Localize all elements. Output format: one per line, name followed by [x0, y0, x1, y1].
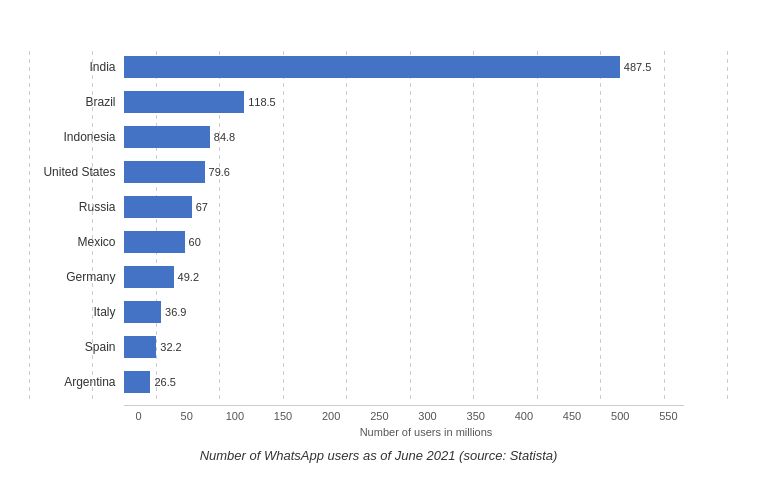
country-label: Italy	[29, 305, 124, 319]
country-label: Indonesia	[29, 130, 124, 144]
bar-row: United States79.6	[29, 156, 729, 188]
country-label: Russia	[29, 200, 124, 214]
bar	[124, 91, 245, 113]
bar-wrapper: 487.5	[124, 55, 729, 79]
country-label: Mexico	[29, 235, 124, 249]
x-tick-label: 550	[653, 410, 683, 422]
chart-container: India487.5Brazil118.5Indonesia84.8United…	[19, 31, 739, 473]
x-tick-label: 350	[461, 410, 491, 422]
x-tick-label: 100	[220, 410, 250, 422]
bar	[124, 126, 210, 148]
bar	[124, 231, 185, 253]
bar-wrapper: 118.5	[124, 90, 729, 114]
country-label: United States	[29, 165, 124, 179]
bar-row: Argentina26.5	[29, 366, 729, 398]
bar-wrapper: 67	[124, 195, 729, 219]
bar-row: Italy36.9	[29, 296, 729, 328]
bar-value-label: 67	[196, 201, 208, 213]
bar	[124, 336, 157, 358]
country-label: Spain	[29, 340, 124, 354]
bar-wrapper: 79.6	[124, 160, 729, 184]
x-tick-container: 050100150200250300350400450500550	[124, 406, 684, 422]
bar	[124, 371, 151, 393]
country-label: Argentina	[29, 375, 124, 389]
bar-value-label: 79.6	[209, 166, 230, 178]
bar-row: India487.5	[29, 51, 729, 83]
bar-value-label: 487.5	[624, 61, 652, 73]
x-tick-label: 500	[605, 410, 635, 422]
bar-value-label: 49.2	[178, 271, 199, 283]
x-tick-label: 450	[557, 410, 587, 422]
x-tick-label: 150	[268, 410, 298, 422]
country-label: Germany	[29, 270, 124, 284]
bars-and-grid: India487.5Brazil118.5Indonesia84.8United…	[29, 51, 729, 401]
bar-row: Brazil118.5	[29, 86, 729, 118]
bar-value-label: 32.2	[160, 341, 181, 353]
bar-value-label: 60	[189, 236, 201, 248]
bar-wrapper: 84.8	[124, 125, 729, 149]
bar-wrapper: 60	[124, 230, 729, 254]
bar-value-label: 36.9	[165, 306, 186, 318]
x-tick-label: 250	[364, 410, 394, 422]
bar	[124, 161, 205, 183]
x-tick-label: 200	[316, 410, 346, 422]
x-tick-label: 400	[509, 410, 539, 422]
bar-wrapper: 49.2	[124, 265, 729, 289]
country-label: Brazil	[29, 95, 124, 109]
country-label: India	[29, 60, 124, 74]
bar	[124, 56, 620, 78]
bar-wrapper: 36.9	[124, 300, 729, 324]
x-tick-label: 50	[172, 410, 202, 422]
bar-row: Mexico60	[29, 226, 729, 258]
bar-row: Russia67	[29, 191, 729, 223]
x-axis-label: Number of users in millions	[124, 426, 729, 438]
bar	[124, 266, 174, 288]
bar	[124, 196, 192, 218]
bar	[124, 301, 162, 323]
chart-area: India487.5Brazil118.5Indonesia84.8United…	[29, 51, 729, 438]
bar-wrapper: 32.2	[124, 335, 729, 359]
x-tick-label: 300	[413, 410, 443, 422]
bar-wrapper: 26.5	[124, 370, 729, 394]
chart-caption: Number of WhatsApp users as of June 2021…	[29, 448, 729, 463]
bar-value-label: 26.5	[154, 376, 175, 388]
bar-row: Indonesia84.8	[29, 121, 729, 153]
bar-row: Spain32.2	[29, 331, 729, 363]
bar-value-label: 84.8	[214, 131, 235, 143]
bar-value-label: 118.5	[248, 96, 276, 108]
x-tick-label: 0	[124, 410, 154, 422]
bar-row: Germany49.2	[29, 261, 729, 293]
